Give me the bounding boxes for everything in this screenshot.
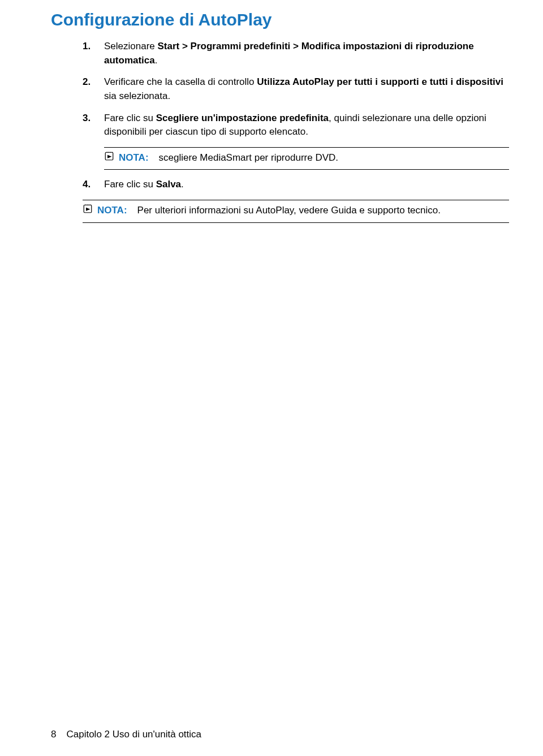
note-text: scegliere MediaSmart per riprodurre DVD.	[159, 151, 509, 165]
note-icon	[83, 204, 97, 214]
step-text: Fare clic su Salva.	[104, 178, 509, 192]
ordered-list: 1. Selezionare Start > Programmi predefi…	[51, 40, 509, 192]
note-text: Per ulteriori informazioni su AutoPlay, …	[137, 204, 509, 218]
note-callout: NOTA: Per ulteriori informazioni su Auto…	[83, 200, 509, 223]
note-callout: NOTA: scegliere MediaSmart per riprodurr…	[104, 147, 509, 170]
step-number: 4.	[83, 178, 104, 192]
list-item: 1. Selezionare Start > Programmi predefi…	[83, 40, 509, 67]
step-text: Selezionare Start > Programmi predefinit…	[104, 40, 509, 67]
list-item: 4. Fare clic su Salva.	[83, 178, 509, 192]
list-item: 2. Verificare che la casella di controll…	[83, 75, 509, 103]
chapter-title: Capitolo 2 Uso di un'unità ottica	[66, 729, 201, 740]
note-icon	[104, 151, 119, 161]
note-rule-bottom	[83, 222, 509, 223]
page: Configurazione di AutoPlay 1. Selezionar…	[0, 0, 543, 756]
step-number: 2.	[83, 75, 104, 103]
step-number: 3.	[83, 111, 104, 139]
step-number: 1.	[83, 40, 104, 67]
page-footer: 8 Capitolo 2 Uso di un'unità ottica	[51, 729, 201, 740]
note-label: NOTA:	[97, 204, 127, 218]
step-text: Fare clic su Scegliere un'impostazione p…	[104, 111, 509, 139]
page-title: Configurazione di AutoPlay	[51, 10, 509, 29]
page-number: 8	[51, 729, 56, 740]
note-label: NOTA:	[119, 151, 149, 165]
list-item: 3. Fare clic su Scegliere un'impostazion…	[83, 111, 509, 139]
step-text: Verificare che la casella di controllo U…	[104, 75, 509, 103]
note-rule-bottom	[104, 169, 509, 170]
